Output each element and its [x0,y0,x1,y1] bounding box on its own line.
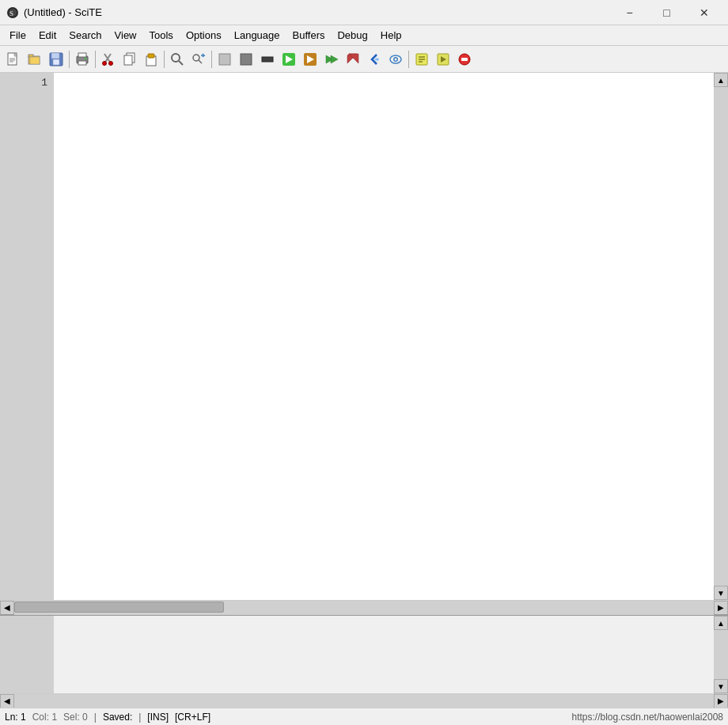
toolbar-sep-3 [164,51,165,68]
output-scroll-up[interactable]: ▲ [714,616,728,630]
svg-point-27 [193,55,199,61]
status-ln-label: Ln: 1 [5,712,26,723]
toolbar-sep-2 [95,51,96,68]
svg-point-19 [103,61,107,65]
close-button[interactable]: ✕ [686,2,722,24]
find-button[interactable] [167,49,188,70]
svg-line-28 [199,60,202,63]
output-content[interactable] [54,616,714,693]
svg-rect-12 [53,59,59,65]
prev-button[interactable] [364,49,385,70]
open-button[interactable] [25,49,45,70]
toolbar [0,46,728,73]
svg-rect-22 [124,55,132,65]
h-scroll-left-button[interactable]: ◀ [0,601,14,615]
menu-edit[interactable]: Edit [32,27,63,44]
status-url: https://blog.csdn.net/haowenlai2008 [572,712,723,723]
svg-rect-15 [78,61,86,65]
cut-button[interactable] [98,49,119,70]
status-bar: Ln: 1 Col: 1 Sel: 0 | Saved: | [INS] [CR… [0,708,728,725]
status-eol-label: [CR+LF] [175,712,210,723]
debug-step-button[interactable] [411,49,432,70]
svg-rect-31 [262,57,273,62]
maximize-button[interactable]: □ [649,2,684,24]
svg-rect-50 [461,58,468,61]
toolbar-sep-1 [69,51,70,68]
editor-area[interactable] [54,73,714,600]
svg-point-20 [109,61,113,65]
scroll-track[interactable] [714,87,728,586]
go-button[interactable] [321,49,342,70]
black-box-button[interactable] [257,49,278,70]
output-scroll-down[interactable]: ▼ [714,679,728,693]
line-number-1: 1 [0,76,54,90]
menu-tools[interactable]: Tools [143,27,180,44]
debug-next-button[interactable] [433,49,453,70]
h-scroll-track[interactable] [14,601,714,615]
svg-point-42 [395,58,397,60]
scroll-up-button[interactable]: ▲ [714,73,728,87]
toggle-output-button[interactable] [385,49,406,70]
svg-rect-9 [30,57,40,64]
svg-rect-24 [148,54,154,58]
bottom-h-scroll-track[interactable] [14,694,714,708]
print-button[interactable] [72,49,93,70]
scroll-down-button[interactable]: ▼ [714,586,728,600]
window-title: (Untitled) - SciTE [24,6,102,18]
svg-rect-29 [219,54,230,65]
compile-button[interactable] [279,49,299,70]
new-button[interactable] [3,49,24,70]
editor-section: 1 ▲ ▼ ◀ ▶ ▲ ▼ ◀ ▶ [0,73,728,708]
copy-button[interactable] [119,49,140,70]
editor-content-row: 1 ▲ ▼ [0,73,728,600]
svg-point-25 [172,54,180,62]
svg-rect-8 [28,55,33,57]
status-sep-2: Sel: 0 [63,712,88,723]
svg-point-16 [85,57,86,59]
output-scroll-track [714,630,728,679]
status-divider-1: | [94,712,97,723]
output-line-numbers [0,616,54,693]
h-scroll-thumb[interactable] [14,602,224,613]
status-saved-label: Saved: [103,712,132,723]
match-block-button[interactable] [214,49,235,70]
menu-help[interactable]: Help [374,27,408,44]
title-left: S (Untitled) - SciTE [6,6,102,19]
output-scrollbar: ▲ ▼ [714,616,728,693]
menu-file[interactable]: File [3,27,32,44]
svg-line-26 [179,61,183,65]
line-numbers: 1 [0,73,54,600]
bottom-h-scroll-left-button[interactable]: ◀ [0,694,14,708]
toolbar-sep-5 [408,51,409,68]
menu-debug[interactable]: Debug [331,27,373,44]
svg-rect-30 [241,54,252,65]
h-scroll-right-button[interactable]: ▶ [714,601,728,615]
stop-compile-button[interactable] [343,49,363,70]
editor-textarea[interactable] [54,73,714,600]
menu-buffers[interactable]: Buffers [286,27,332,44]
save-button[interactable] [46,49,66,70]
paste-button[interactable] [141,49,161,70]
menu-language[interactable]: Language [228,27,286,44]
svg-rect-11 [51,53,59,59]
minimize-button[interactable]: − [612,2,647,24]
abort-button[interactable] [454,49,475,70]
bottom-horizontal-scrollbar: ◀ ▶ [0,693,728,708]
menu-view[interactable]: View [108,27,143,44]
scite-app-icon: S [6,6,19,19]
menu-search[interactable]: Search [63,27,108,44]
horizontal-scrollbar: ◀ ▶ [0,600,728,614]
svg-marker-37 [331,55,338,63]
status-sep-1: Col: 1 [32,712,57,723]
window-controls: − □ ✕ [612,2,722,24]
replace-button[interactable] [188,49,209,70]
vertical-scrollbar: ▲ ▼ [714,73,728,600]
title-bar: S (Untitled) - SciTE − □ ✕ [0,0,728,25]
toolbar-sep-4 [211,51,212,68]
build-button[interactable] [300,49,320,70]
menu-options[interactable]: Options [180,27,228,44]
status-ins-label: [INS] [147,712,169,723]
select-block-button[interactable] [236,49,256,70]
bottom-h-scroll-right-button[interactable]: ▶ [714,694,728,708]
status-divider-2: | [138,712,141,723]
